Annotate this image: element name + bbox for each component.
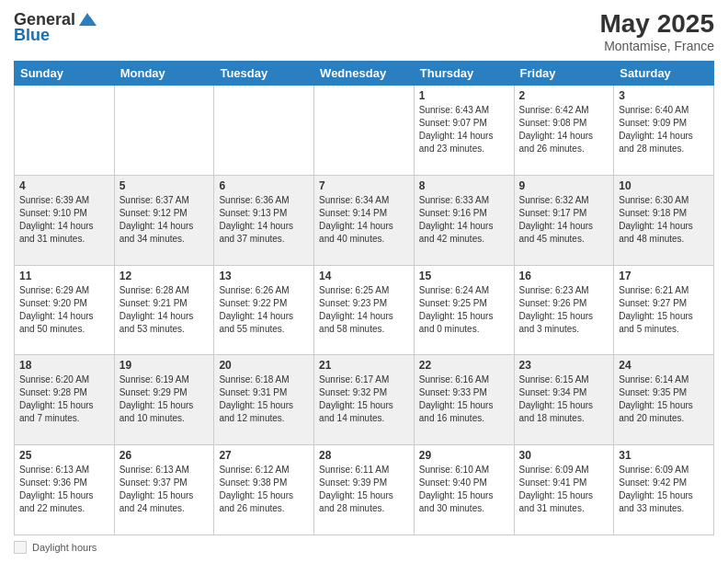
calendar-week-4: 25Sunrise: 6:13 AM Sunset: 9:36 PM Dayli… bbox=[15, 445, 714, 535]
calendar-cell bbox=[314, 86, 415, 176]
day-info: Sunrise: 6:32 AM Sunset: 9:17 PM Dayligh… bbox=[519, 194, 609, 246]
day-info: Sunrise: 6:43 AM Sunset: 9:07 PM Dayligh… bbox=[419, 104, 509, 155]
calendar-cell: 13Sunrise: 6:26 AM Sunset: 9:22 PM Dayli… bbox=[214, 265, 314, 355]
calendar-header-wednesday: Wednesday bbox=[314, 62, 415, 86]
day-info: Sunrise: 6:26 AM Sunset: 9:22 PM Dayligh… bbox=[219, 284, 309, 336]
calendar-cell bbox=[114, 86, 214, 176]
day-info: Sunrise: 6:23 AM Sunset: 9:26 PM Dayligh… bbox=[519, 284, 609, 336]
day-info: Sunrise: 6:37 AM Sunset: 9:12 PM Dayligh… bbox=[119, 194, 210, 246]
calendar-cell bbox=[214, 86, 314, 176]
day-number: 2 bbox=[519, 89, 609, 102]
calendar-cell: 24Sunrise: 6:14 AM Sunset: 9:35 PM Dayli… bbox=[614, 355, 714, 445]
day-info: Sunrise: 6:09 AM Sunset: 9:42 PM Dayligh… bbox=[619, 464, 709, 515]
day-info: Sunrise: 6:18 AM Sunset: 9:31 PM Dayligh… bbox=[219, 373, 309, 425]
calendar-cell: 28Sunrise: 6:11 AM Sunset: 9:39 PM Dayli… bbox=[314, 445, 415, 535]
header: General Blue May 2025 Montamise, France bbox=[14, 9, 714, 53]
day-info: Sunrise: 6:14 AM Sunset: 9:35 PM Dayligh… bbox=[619, 373, 709, 425]
calendar-cell: 16Sunrise: 6:23 AM Sunset: 9:26 PM Dayli… bbox=[514, 265, 614, 355]
day-info: Sunrise: 6:15 AM Sunset: 9:34 PM Dayligh… bbox=[519, 373, 609, 425]
calendar-cell: 1Sunrise: 6:43 AM Sunset: 9:07 PM Daylig… bbox=[414, 86, 514, 176]
calendar-cell: 10Sunrise: 6:30 AM Sunset: 9:18 PM Dayli… bbox=[614, 175, 714, 265]
day-number: 29 bbox=[419, 449, 509, 462]
day-info: Sunrise: 6:13 AM Sunset: 9:36 PM Dayligh… bbox=[19, 464, 109, 515]
calendar-cell: 29Sunrise: 6:10 AM Sunset: 9:40 PM Dayli… bbox=[414, 445, 514, 535]
logo-blue-text: Blue bbox=[14, 26, 50, 45]
day-number: 4 bbox=[19, 179, 109, 192]
day-number: 8 bbox=[419, 179, 509, 192]
day-info: Sunrise: 6:28 AM Sunset: 9:21 PM Dayligh… bbox=[119, 284, 210, 336]
calendar-cell: 26Sunrise: 6:13 AM Sunset: 9:37 PM Dayli… bbox=[114, 445, 214, 535]
day-info: Sunrise: 6:17 AM Sunset: 9:32 PM Dayligh… bbox=[319, 373, 409, 425]
calendar-cell: 15Sunrise: 6:24 AM Sunset: 9:25 PM Dayli… bbox=[414, 265, 514, 355]
day-number: 23 bbox=[519, 359, 609, 372]
day-number: 30 bbox=[519, 449, 609, 462]
calendar-cell: 6Sunrise: 6:36 AM Sunset: 9:13 PM Daylig… bbox=[214, 175, 314, 265]
calendar-cell: 7Sunrise: 6:34 AM Sunset: 9:14 PM Daylig… bbox=[314, 175, 415, 265]
calendar-cell: 12Sunrise: 6:28 AM Sunset: 9:21 PM Dayli… bbox=[114, 265, 214, 355]
day-info: Sunrise: 6:19 AM Sunset: 9:29 PM Dayligh… bbox=[119, 373, 210, 425]
month-year: May 2025 bbox=[599, 9, 714, 39]
day-number: 25 bbox=[19, 449, 109, 462]
calendar-header-sunday: Sunday bbox=[15, 62, 115, 86]
calendar-cell: 3Sunrise: 6:40 AM Sunset: 9:09 PM Daylig… bbox=[614, 86, 714, 176]
day-number: 20 bbox=[219, 359, 309, 372]
location: Montamise, France bbox=[599, 39, 714, 53]
logo: General Blue bbox=[14, 9, 97, 45]
page: General Blue May 2025 Montamise, France … bbox=[0, 0, 728, 563]
calendar-header-monday: Monday bbox=[114, 62, 214, 86]
day-number: 9 bbox=[519, 179, 609, 192]
day-info: Sunrise: 6:40 AM Sunset: 9:09 PM Dayligh… bbox=[619, 104, 709, 155]
calendar-cell: 8Sunrise: 6:33 AM Sunset: 9:16 PM Daylig… bbox=[414, 175, 514, 265]
day-info: Sunrise: 6:36 AM Sunset: 9:13 PM Dayligh… bbox=[219, 194, 309, 246]
day-number: 26 bbox=[119, 449, 210, 462]
calendar-header-saturday: Saturday bbox=[614, 62, 714, 86]
calendar-cell: 31Sunrise: 6:09 AM Sunset: 9:42 PM Dayli… bbox=[614, 445, 714, 535]
day-info: Sunrise: 6:21 AM Sunset: 9:27 PM Dayligh… bbox=[619, 284, 709, 336]
title-section: May 2025 Montamise, France bbox=[599, 9, 714, 53]
day-number: 15 bbox=[419, 270, 509, 282]
day-number: 28 bbox=[319, 449, 409, 462]
calendar-header-thursday: Thursday bbox=[414, 62, 514, 86]
day-number: 16 bbox=[519, 270, 609, 282]
day-info: Sunrise: 6:30 AM Sunset: 9:18 PM Dayligh… bbox=[619, 194, 709, 246]
day-info: Sunrise: 6:10 AM Sunset: 9:40 PM Dayligh… bbox=[419, 464, 509, 515]
footer: Daylight hours bbox=[14, 541, 714, 554]
day-info: Sunrise: 6:16 AM Sunset: 9:33 PM Dayligh… bbox=[419, 373, 509, 425]
day-number: 19 bbox=[119, 359, 210, 372]
calendar-week-3: 18Sunrise: 6:20 AM Sunset: 9:28 PM Dayli… bbox=[15, 355, 714, 445]
calendar-cell: 23Sunrise: 6:15 AM Sunset: 9:34 PM Dayli… bbox=[514, 355, 614, 445]
day-number: 5 bbox=[119, 179, 210, 192]
calendar-cell: 22Sunrise: 6:16 AM Sunset: 9:33 PM Dayli… bbox=[414, 355, 514, 445]
day-info: Sunrise: 6:12 AM Sunset: 9:38 PM Dayligh… bbox=[219, 464, 309, 515]
calendar-cell: 27Sunrise: 6:12 AM Sunset: 9:38 PM Dayli… bbox=[214, 445, 314, 535]
calendar-cell: 5Sunrise: 6:37 AM Sunset: 9:12 PM Daylig… bbox=[114, 175, 214, 265]
day-info: Sunrise: 6:25 AM Sunset: 9:23 PM Dayligh… bbox=[319, 284, 409, 336]
day-number: 17 bbox=[619, 270, 709, 282]
day-number: 13 bbox=[219, 270, 309, 282]
day-number: 14 bbox=[319, 270, 409, 282]
day-number: 10 bbox=[619, 179, 709, 192]
day-info: Sunrise: 6:34 AM Sunset: 9:14 PM Dayligh… bbox=[319, 194, 409, 246]
calendar-header-friday: Friday bbox=[514, 62, 614, 86]
day-info: Sunrise: 6:13 AM Sunset: 9:37 PM Dayligh… bbox=[119, 464, 210, 515]
logo-icon bbox=[77, 9, 97, 29]
calendar-header-row: SundayMondayTuesdayWednesdayThursdayFrid… bbox=[15, 62, 714, 86]
day-info: Sunrise: 6:33 AM Sunset: 9:16 PM Dayligh… bbox=[419, 194, 509, 246]
calendar-cell: 2Sunrise: 6:42 AM Sunset: 9:08 PM Daylig… bbox=[514, 86, 614, 176]
day-info: Sunrise: 6:11 AM Sunset: 9:39 PM Dayligh… bbox=[319, 464, 409, 515]
day-info: Sunrise: 6:39 AM Sunset: 9:10 PM Dayligh… bbox=[19, 194, 109, 246]
calendar-cell: 17Sunrise: 6:21 AM Sunset: 9:27 PM Dayli… bbox=[614, 265, 714, 355]
daylight-box-icon bbox=[14, 541, 27, 554]
calendar-cell: 20Sunrise: 6:18 AM Sunset: 9:31 PM Dayli… bbox=[214, 355, 314, 445]
day-number: 11 bbox=[19, 270, 109, 282]
calendar-week-2: 11Sunrise: 6:29 AM Sunset: 9:20 PM Dayli… bbox=[15, 265, 714, 355]
day-number: 3 bbox=[619, 89, 709, 102]
calendar-week-0: 1Sunrise: 6:43 AM Sunset: 9:07 PM Daylig… bbox=[15, 86, 714, 176]
day-number: 18 bbox=[19, 359, 109, 372]
calendar-cell: 14Sunrise: 6:25 AM Sunset: 9:23 PM Dayli… bbox=[314, 265, 415, 355]
day-info: Sunrise: 6:09 AM Sunset: 9:41 PM Dayligh… bbox=[519, 464, 609, 515]
calendar: SundayMondayTuesdayWednesdayThursdayFrid… bbox=[14, 61, 714, 535]
daylight-label: Daylight hours bbox=[32, 542, 97, 553]
day-info: Sunrise: 6:24 AM Sunset: 9:25 PM Dayligh… bbox=[419, 284, 509, 336]
day-number: 22 bbox=[419, 359, 509, 372]
